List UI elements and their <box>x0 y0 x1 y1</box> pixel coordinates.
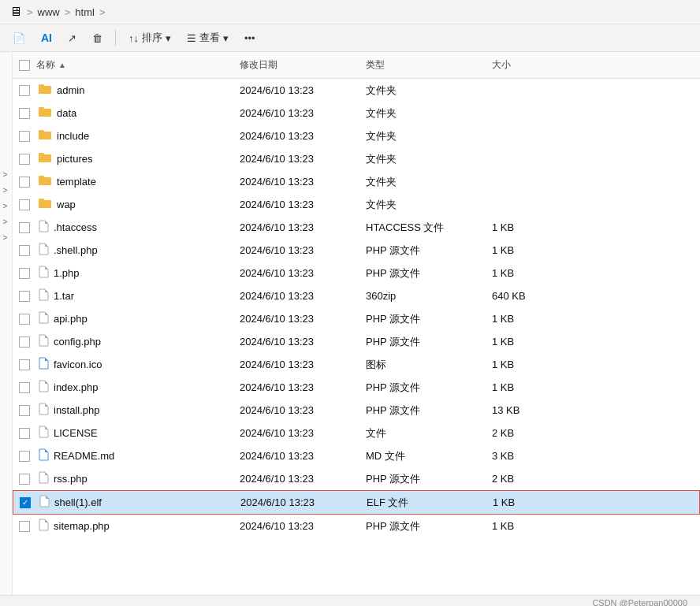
file-name-text: include <box>57 130 89 142</box>
table-row[interactable]: README.md 2024/6/10 13:23 MD 文件 3 KB <box>13 444 700 467</box>
file-checkbox[interactable] <box>19 108 30 119</box>
table-row[interactable]: .shell.php 2024/6/10 13:23 PHP 源文件 1 KB <box>13 239 700 262</box>
file-size-cell: 1 KB <box>486 493 549 512</box>
file-checkbox[interactable] <box>19 222 30 233</box>
file-checkbox[interactable] <box>19 291 30 302</box>
file-date-text: 2024/6/10 13:23 <box>240 84 314 96</box>
file-date-cell: 2024/6/10 13:23 <box>233 240 359 260</box>
file-checkbox[interactable] <box>19 154 30 165</box>
table-row[interactable]: rss.php 2024/6/10 13:23 PHP 源文件 2 KB <box>13 467 700 490</box>
file-name-cell: config.php <box>13 332 233 351</box>
table-row[interactable]: pictures 2024/6/10 13:23 文件夹 <box>13 147 700 170</box>
file-type-cell: PHP 源文件 <box>359 263 486 283</box>
sort-button[interactable]: ↑↓ 排序 ▾ <box>122 28 177 48</box>
file-list-container[interactable]: 名称 ▲ 修改日期 类型 大小 admin 2024/6/10 13:23 文件… <box>13 52 700 595</box>
file-checkbox[interactable] <box>19 177 30 188</box>
file-size-text: 3 KB <box>492 450 514 462</box>
file-type-text: PHP 源文件 <box>366 519 420 534</box>
table-row[interactable]: LICENSE 2024/6/10 13:23 文件 2 KB <box>13 422 700 444</box>
file-type-cell: MD 文件 <box>359 446 486 466</box>
file-name-cell: .htaccess <box>13 217 233 237</box>
col-header-name[interactable]: 名称 ▲ <box>13 55 233 75</box>
file-checkbox[interactable] <box>19 336 30 348</box>
header-checkbox[interactable] <box>19 60 30 71</box>
file-checkbox[interactable] <box>19 131 30 142</box>
table-row[interactable]: install.php 2024/6/10 13:23 PHP 源文件 13 K… <box>13 399 700 422</box>
file-icon <box>38 380 49 395</box>
table-row[interactable]: data 2024/6/10 13:23 文件夹 <box>13 102 700 125</box>
breadcrumb-html[interactable]: html <box>75 6 95 18</box>
file-name-text: rss.php <box>54 473 88 485</box>
table-row[interactable]: index.php 2024/6/10 13:23 PHP 源文件 1 KB <box>13 376 700 399</box>
status-text: CSDN @Peterpan00000 <box>592 598 687 606</box>
table-row[interactable]: 1.tar 2024/6/10 13:23 360zip 640 KB <box>13 284 700 307</box>
file-checkbox[interactable] <box>19 199 30 210</box>
table-row[interactable]: api.php 2024/6/10 13:23 PHP 源文件 1 KB <box>13 307 700 330</box>
file-checkbox[interactable] <box>19 451 30 462</box>
file-date-text: 2024/6/10 13:23 <box>240 473 314 485</box>
file-size-cell: 640 KB <box>486 286 549 306</box>
file-date-text: 2024/6/10 13:23 <box>240 450 314 462</box>
file-type-text: PHP 源文件 <box>366 244 420 258</box>
file-name-text: admin <box>57 84 84 96</box>
delete-button[interactable]: 🗑 <box>86 29 109 47</box>
file-name-cell: README.md <box>13 446 233 466</box>
file-icon <box>38 357 49 372</box>
file-checkbox[interactable] <box>19 245 30 256</box>
file-type-cell: ELF 文件 <box>360 493 486 512</box>
new-button[interactable]: 📄 <box>6 29 32 47</box>
file-type-text: PHP 源文件 <box>366 266 420 281</box>
file-checkbox-checked[interactable]: ✓ <box>20 497 31 508</box>
col-header-date[interactable]: 修改日期 <box>233 55 359 75</box>
file-checkbox[interactable] <box>19 359 30 370</box>
file-checkbox[interactable] <box>19 268 30 279</box>
table-row[interactable]: admin 2024/6/10 13:23 文件夹 <box>13 79 700 102</box>
expand-marker-2[interactable]: > <box>3 186 9 192</box>
sort-label: 排序 <box>142 31 162 45</box>
col-header-type[interactable]: 类型 <box>359 55 486 75</box>
file-date-cell: 2024/6/10 13:23 <box>234 493 360 512</box>
file-date-cell: 2024/6/10 13:23 <box>233 516 359 536</box>
file-name-text: api.php <box>54 313 88 325</box>
file-checkbox[interactable] <box>19 85 30 96</box>
file-date-text: 2024/6/10 13:23 <box>240 427 314 439</box>
file-type-text: 图标 <box>366 358 386 372</box>
table-row[interactable]: include 2024/6/10 13:23 文件夹 <box>13 125 700 147</box>
file-size-cell: 1 KB <box>486 240 549 260</box>
expand-marker-1[interactable]: > <box>3 170 9 177</box>
col-header-size[interactable]: 大小 <box>486 55 549 75</box>
table-row[interactable]: ✓ shell(1).elf 2024/6/10 13:23 ELF 文件 1 … <box>13 490 700 515</box>
file-checkbox[interactable] <box>19 314 30 325</box>
table-row[interactable]: template 2024/6/10 13:23 文件夹 <box>13 170 700 193</box>
table-row[interactable]: .htaccess 2024/6/10 13:23 HTACCESS 文件 1 … <box>13 216 700 239</box>
share-button[interactable]: ↗ <box>61 29 83 47</box>
file-date-text: 2024/6/10 13:23 <box>240 381 314 393</box>
view-button[interactable]: ☰ 查看 ▾ <box>181 28 235 48</box>
file-rows-container: admin 2024/6/10 13:23 文件夹 data 2024/6/10… <box>13 79 700 537</box>
file-checkbox[interactable] <box>19 474 30 485</box>
more-button[interactable]: ••• <box>238 29 262 47</box>
file-date-cell: 2024/6/10 13:23 <box>233 172 359 191</box>
table-row[interactable]: 1.php 2024/6/10 13:23 PHP 源文件 1 KB <box>13 262 700 284</box>
expand-marker-3[interactable]: > <box>3 202 9 208</box>
ai-button[interactable]: AI <box>35 28 58 47</box>
file-checkbox[interactable] <box>19 521 30 532</box>
file-checkbox[interactable] <box>19 428 30 439</box>
file-date-text: 2024/6/10 13:23 <box>240 359 314 370</box>
file-date-text: 2024/6/10 13:23 <box>240 520 314 532</box>
file-type-text: PHP 源文件 <box>366 381 420 395</box>
expand-marker-5[interactable]: > <box>3 233 9 240</box>
table-row[interactable]: wap 2024/6/10 13:23 文件夹 <box>13 193 700 216</box>
file-checkbox[interactable] <box>19 405 30 416</box>
table-row[interactable]: sitemap.php 2024/6/10 13:23 PHP 源文件 1 KB <box>13 515 700 537</box>
breadcrumb-www[interactable]: www <box>38 6 60 18</box>
file-icon <box>38 403 49 418</box>
new-icon: 📄 <box>13 32 25 44</box>
sort-chevron: ▾ <box>166 32 171 44</box>
table-row[interactable]: config.php 2024/6/10 13:23 PHP 源文件 1 KB <box>13 330 700 353</box>
table-row[interactable]: favicon.ico 2024/6/10 13:23 图标 1 KB <box>13 353 700 376</box>
file-checkbox[interactable] <box>19 382 30 393</box>
file-name-text: data <box>57 107 76 119</box>
file-date-cell: 2024/6/10 13:23 <box>233 80 359 100</box>
expand-marker-4[interactable]: > <box>3 217 9 224</box>
